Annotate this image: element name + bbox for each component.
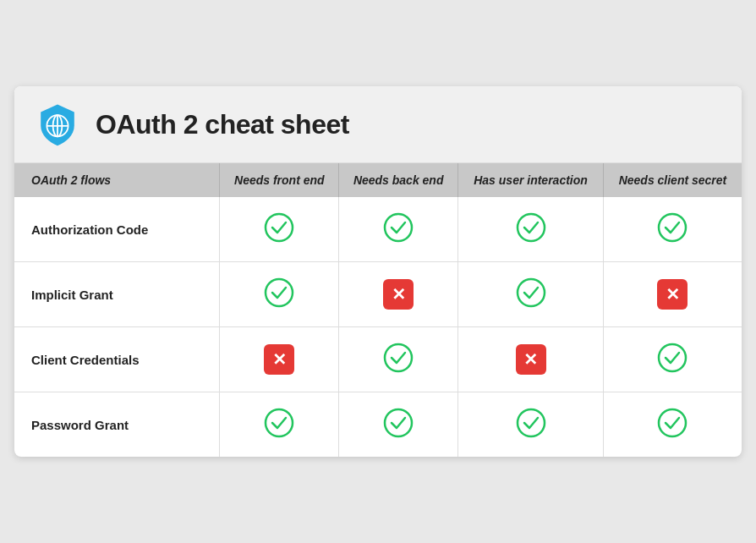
cell-has_user_interaction [458, 197, 604, 262]
col-header-user-interaction: Has user interaction [458, 163, 604, 197]
col-header-back-end: Needs back end [339, 163, 458, 197]
flow-name: Authorization Code [14, 197, 220, 262]
check-mark-icon [383, 343, 414, 373]
cell-needs_front_end [220, 392, 339, 458]
cross-mark-icon: ✕ [383, 279, 414, 310]
svg-point-9 [518, 279, 545, 306]
cell-has_user_interaction [458, 392, 604, 458]
svg-point-6 [518, 214, 545, 241]
cell-needs_back_end [339, 392, 458, 458]
table-header: OAuth 2 flows Needs front end Needs back… [14, 163, 742, 197]
check-mark-icon [657, 408, 688, 438]
cell-needs_client_secret: ✕ [603, 262, 742, 327]
svg-point-12 [266, 409, 293, 436]
svg-point-10 [385, 344, 412, 371]
check-mark-icon [383, 212, 414, 243]
cell-needs_client_secret [603, 197, 742, 262]
check-mark-icon [657, 343, 688, 373]
flow-name: Client Credentials [14, 327, 220, 392]
flow-name: Password Grant [14, 392, 220, 458]
cell-has_user_interaction [458, 262, 604, 327]
comparison-table: OAuth 2 flows Needs front end Needs back… [14, 163, 742, 457]
svg-point-5 [385, 214, 412, 241]
svg-point-8 [266, 279, 293, 306]
svg-point-7 [659, 214, 686, 241]
cell-needs_front_end: ✕ [220, 327, 339, 392]
table-row: Client Credentials✕ ✕ [14, 327, 742, 392]
col-header-front-end: Needs front end [220, 163, 339, 197]
globe-shield-icon [35, 101, 80, 147]
page-title: OAuth 2 cheat sheet [96, 109, 349, 140]
check-mark-icon [264, 212, 294, 243]
check-mark-icon [516, 408, 546, 438]
cell-needs_client_secret [603, 327, 742, 392]
check-mark-icon [516, 212, 546, 243]
table-row: Authorization Code [14, 197, 742, 262]
cell-needs_back_end: ✕ [339, 262, 458, 327]
cell-needs_back_end [339, 197, 458, 262]
cell-needs_back_end [339, 327, 458, 392]
table-body: Authorization Code Implicit Grant ✕ ✕Cli… [14, 197, 742, 457]
cell-needs_front_end [220, 262, 339, 327]
check-mark-icon [516, 277, 546, 308]
check-mark-icon [383, 408, 414, 438]
cell-needs_front_end [220, 197, 339, 262]
cross-mark-icon: ✕ [657, 279, 688, 310]
card-header: OAuth 2 cheat sheet [14, 86, 742, 163]
col-header-client-secret: Needs client secret [603, 163, 742, 197]
svg-point-11 [659, 344, 686, 371]
svg-point-13 [385, 409, 412, 436]
svg-point-15 [659, 409, 686, 436]
check-mark-icon [264, 408, 294, 438]
cross-mark-icon: ✕ [516, 344, 546, 375]
svg-point-14 [518, 409, 545, 436]
svg-point-4 [266, 214, 293, 241]
cell-has_user_interaction: ✕ [458, 327, 604, 392]
col-header-flow: OAuth 2 flows [14, 163, 220, 197]
check-mark-icon [657, 212, 688, 243]
cross-mark-icon: ✕ [264, 344, 294, 375]
table-row: Password Grant [14, 392, 742, 458]
flow-name: Implicit Grant [14, 262, 220, 327]
check-mark-icon [264, 277, 294, 308]
cell-needs_client_secret [603, 392, 742, 458]
header-row: OAuth 2 flows Needs front end Needs back… [14, 163, 742, 197]
table-row: Implicit Grant ✕ ✕ [14, 262, 742, 327]
cheat-sheet-card: OAuth 2 cheat sheet OAuth 2 flows Needs … [14, 86, 742, 457]
